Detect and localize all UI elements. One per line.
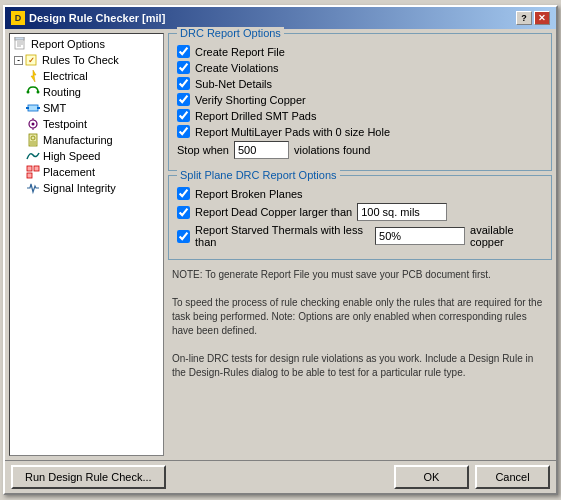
violations-found-label: violations found bbox=[294, 144, 370, 156]
tree-label-electrical: Electrical bbox=[43, 70, 88, 82]
verify-shorting-label[interactable]: Verify Shorting Copper bbox=[195, 94, 306, 106]
sub-net-details-label[interactable]: Sub-Net Details bbox=[195, 78, 272, 90]
dialog-footer: Run Design Rule Check... OK Cancel bbox=[5, 460, 556, 493]
report-broken-planes-label[interactable]: Report Broken Planes bbox=[195, 188, 303, 200]
tree-item-rules-to-check[interactable]: - ✓ Rules To Check bbox=[12, 52, 161, 68]
footer-right-buttons: OK Cancel bbox=[394, 465, 550, 489]
ok-button[interactable]: OK bbox=[394, 465, 469, 489]
drc-report-options-section: DRC Report Options Create Report File Cr… bbox=[168, 33, 552, 171]
sub-net-details-row: Sub-Net Details bbox=[177, 77, 543, 90]
create-report-file-row: Create Report File bbox=[177, 45, 543, 58]
starved-thermals-input[interactable] bbox=[375, 227, 465, 245]
create-violations-row: Create Violations bbox=[177, 61, 543, 74]
report-broken-planes-checkbox[interactable] bbox=[177, 187, 190, 200]
electrical-icon bbox=[26, 69, 40, 83]
report-dead-copper-label[interactable]: Report Dead Copper larger than bbox=[195, 206, 352, 218]
tree-label-high-speed: High Speed bbox=[43, 150, 101, 162]
split-plane-section-title: Split Plane DRC Report Options bbox=[177, 169, 340, 181]
dead-copper-input[interactable] bbox=[357, 203, 447, 221]
dialog-icon: D bbox=[11, 11, 25, 25]
svg-point-8 bbox=[27, 91, 30, 94]
svg-rect-22 bbox=[34, 166, 39, 171]
routing-icon bbox=[26, 85, 40, 99]
stop-when-row: Stop when violations found bbox=[177, 141, 543, 159]
report-multilayer-checkbox[interactable] bbox=[177, 125, 190, 138]
create-violations-checkbox[interactable] bbox=[177, 61, 190, 74]
sub-net-details-checkbox[interactable] bbox=[177, 77, 190, 90]
note-line3: On-line DRC tests for design rule violat… bbox=[172, 353, 533, 378]
tree-item-manufacturing[interactable]: Manufacturing bbox=[12, 132, 161, 148]
tree-label-placement: Placement bbox=[43, 166, 95, 178]
tree-label-routing: Routing bbox=[43, 86, 81, 98]
report-starved-label[interactable]: Report Starved Thermals with less than bbox=[195, 224, 370, 248]
testpoint-icon bbox=[26, 117, 40, 131]
close-button[interactable]: ✕ bbox=[534, 11, 550, 25]
verify-shorting-row: Verify Shorting Copper bbox=[177, 93, 543, 106]
tree-item-placement[interactable]: Placement bbox=[12, 164, 161, 180]
help-button[interactable]: ? bbox=[516, 11, 532, 25]
high-speed-icon bbox=[26, 149, 40, 163]
tree-item-high-speed[interactable]: High Speed bbox=[12, 148, 161, 164]
svg-point-14 bbox=[32, 123, 35, 126]
design-rule-checker-dialog: D Design Rule Checker [mil] ? ✕ bbox=[3, 5, 558, 495]
create-violations-label[interactable]: Create Violations bbox=[195, 62, 279, 74]
manufacturing-icon bbox=[26, 133, 40, 147]
report-drilled-smt-row: Report Drilled SMT Pads bbox=[177, 109, 543, 122]
cancel-button[interactable]: Cancel bbox=[475, 465, 550, 489]
note-line2: To speed the process of rule checking en… bbox=[172, 297, 542, 336]
svg-rect-23 bbox=[27, 173, 32, 178]
report-options-icon bbox=[14, 37, 28, 51]
tree-label-manufacturing: Manufacturing bbox=[43, 134, 113, 146]
available-copper-label: available copper bbox=[470, 224, 543, 248]
tree-item-smt[interactable]: SMT bbox=[12, 100, 161, 116]
verify-shorting-checkbox[interactable] bbox=[177, 93, 190, 106]
stop-when-input[interactable] bbox=[234, 141, 289, 159]
stop-when-label: Stop when bbox=[177, 144, 229, 156]
expand-rules[interactable]: - bbox=[14, 56, 23, 65]
tree-item-signal-integrity[interactable]: Signal Integrity bbox=[12, 180, 161, 196]
dialog-body: Report Options - ✓ Rules To Check bbox=[5, 29, 556, 460]
svg-point-9 bbox=[37, 91, 40, 94]
report-multilayer-label[interactable]: Report MultiLayer Pads with 0 size Hole bbox=[195, 126, 390, 138]
svg-rect-12 bbox=[37, 107, 40, 109]
note-line1: NOTE: To generate Report File you must s… bbox=[172, 269, 491, 280]
svg-rect-11 bbox=[26, 107, 29, 109]
report-drilled-smt-label[interactable]: Report Drilled SMT Pads bbox=[195, 110, 316, 122]
report-dead-copper-row: Report Dead Copper larger than bbox=[177, 203, 543, 221]
title-bar-left: D Design Rule Checker [mil] bbox=[11, 11, 165, 25]
tree-item-electrical[interactable]: Electrical bbox=[12, 68, 161, 84]
tree-item-report-options[interactable]: Report Options bbox=[12, 36, 161, 52]
svg-rect-21 bbox=[27, 166, 32, 171]
rules-to-check-icon: ✓ bbox=[25, 53, 39, 67]
svg-text:✓: ✓ bbox=[28, 56, 35, 65]
svg-rect-10 bbox=[28, 105, 38, 111]
report-multilayer-row: Report MultiLayer Pads with 0 size Hole bbox=[177, 125, 543, 138]
split-plane-section: Split Plane DRC Report Options Report Br… bbox=[168, 175, 552, 260]
tree-label-signal-integrity: Signal Integrity bbox=[43, 182, 116, 194]
create-report-file-checkbox[interactable] bbox=[177, 45, 190, 58]
placement-icon bbox=[26, 165, 40, 179]
title-bar: D Design Rule Checker [mil] ? ✕ bbox=[5, 7, 556, 29]
tree-item-routing[interactable]: Routing bbox=[12, 84, 161, 100]
tree-label-testpoint: Testpoint bbox=[43, 118, 87, 130]
create-report-file-label[interactable]: Create Report File bbox=[195, 46, 285, 58]
svg-rect-1 bbox=[15, 37, 24, 40]
right-panel: DRC Report Options Create Report File Cr… bbox=[168, 33, 552, 456]
tree-item-testpoint[interactable]: Testpoint bbox=[12, 116, 161, 132]
left-tree-panel: Report Options - ✓ Rules To Check bbox=[9, 33, 164, 456]
report-dead-copper-checkbox[interactable] bbox=[177, 206, 190, 219]
notes-box: NOTE: To generate Report File you must s… bbox=[168, 264, 552, 456]
signal-integrity-icon bbox=[26, 181, 40, 195]
dialog-title: Design Rule Checker [mil] bbox=[29, 12, 165, 24]
drc-section-title: DRC Report Options bbox=[177, 27, 284, 39]
title-bar-buttons: ? ✕ bbox=[516, 11, 550, 25]
report-starved-checkbox[interactable] bbox=[177, 230, 190, 243]
tree-label-smt: SMT bbox=[43, 102, 66, 114]
report-starved-row: Report Starved Thermals with less than a… bbox=[177, 224, 543, 248]
report-drilled-smt-checkbox[interactable] bbox=[177, 109, 190, 122]
report-broken-planes-row: Report Broken Planes bbox=[177, 187, 543, 200]
run-design-rule-check-button[interactable]: Run Design Rule Check... bbox=[11, 465, 166, 489]
tree-label-rules-to-check: Rules To Check bbox=[42, 54, 119, 66]
svg-marker-7 bbox=[31, 70, 36, 82]
tree-label-report-options: Report Options bbox=[31, 38, 105, 50]
